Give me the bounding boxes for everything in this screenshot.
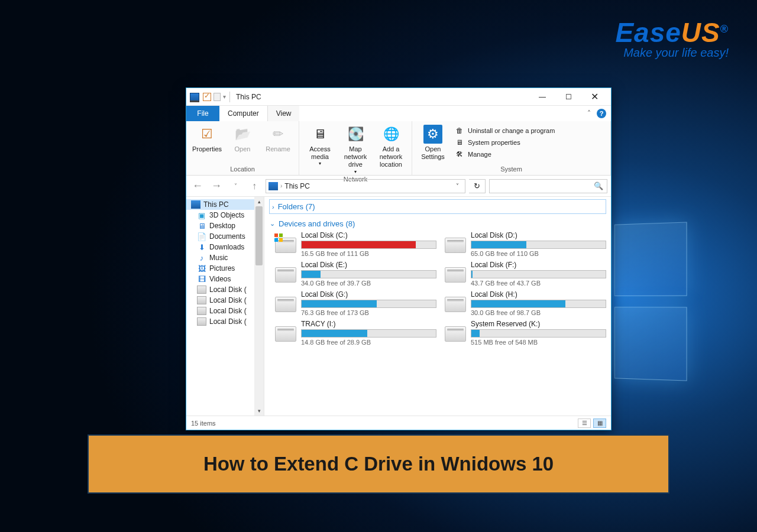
sidebar-item[interactable]: 🖥Desktop <box>186 220 264 231</box>
qat-dropdown-icon[interactable]: ▾ <box>223 93 226 100</box>
drive-free: 43.7 GB free of 43.7 GB <box>471 280 606 287</box>
drive-item[interactable]: TRACY (I:)14.8 GB free of 28.9 GB <box>275 320 436 346</box>
drive-icon <box>445 326 466 342</box>
drive-item[interactable]: Local Disk (F:)43.7 GB free of 43.7 GB <box>445 261 606 287</box>
drive-bar <box>471 270 606 278</box>
address-dropdown-icon[interactable]: ˅ <box>452 183 462 189</box>
sidebar-item[interactable]: ♪Music <box>186 252 264 263</box>
drive-item[interactable]: Local Disk (G:)76.3 GB free of 173 GB <box>275 290 436 316</box>
navbar: ← → ˅ ↑ › This PC ˅ ↻ 🔍 <box>186 176 611 197</box>
sidebar-item[interactable]: Local Disk ( <box>186 316 264 327</box>
collapse-ribbon-icon[interactable]: ˄ <box>587 109 591 118</box>
back-button[interactable]: ← <box>190 179 205 194</box>
open-button[interactable]: 📂Open <box>225 124 260 153</box>
manage-link[interactable]: 🛠Manage <box>455 150 555 159</box>
rename-button[interactable]: ✏Rename <box>261 124 295 153</box>
drive-free: 515 MB free of 548 MB <box>471 339 606 346</box>
sidebar-item[interactable]: 🎞Videos <box>186 274 264 284</box>
search-input[interactable]: 🔍 <box>489 179 607 193</box>
minimize-button[interactable]: — <box>529 88 555 106</box>
add-location-button[interactable]: 🌐Add a network location <box>374 124 408 169</box>
scroll-down-icon[interactable]: ▾ <box>254 406 264 416</box>
maximize-button[interactable]: ☐ <box>555 88 581 106</box>
drive-free: 14.8 GB free of 28.9 GB <box>301 339 436 346</box>
uninstall-link[interactable]: 🗑Uninstall or change a program <box>455 126 555 135</box>
forward-button[interactable]: → <box>209 179 224 194</box>
access-media-button[interactable]: 🖥Access media▾ <box>303 124 337 167</box>
chevron-right-icon: › <box>272 203 274 210</box>
separator <box>229 92 230 102</box>
properties-button[interactable]: ☑Properties <box>190 124 224 153</box>
sidebar-item[interactable]: Local Disk ( <box>186 295 264 306</box>
properties-icon: ☑ <box>198 125 216 144</box>
sidebar-item[interactable]: 🖼Pictures <box>186 263 264 274</box>
devices-section[interactable]: ⌄ Devices and drives (8) <box>269 216 606 231</box>
drive-free: 76.3 GB free of 173 GB <box>301 309 436 316</box>
drive-icon <box>445 267 466 283</box>
sidebar-item[interactable]: ▣3D Objects <box>186 210 264 220</box>
map-drive-button[interactable]: 💽Map network drive▾ <box>338 124 373 174</box>
tab-view[interactable]: View <box>268 106 300 121</box>
open-settings-button[interactable]: ⚙Open Settings <box>416 124 450 161</box>
brand-tagline: Make your life easy! <box>615 46 729 60</box>
sidebar-item[interactable]: ⬇Downloads <box>186 242 264 252</box>
tab-computer[interactable]: Computer <box>219 106 268 121</box>
drive-item[interactable]: Local Disk (C:)16.5 GB free of 111 GB <box>275 231 436 257</box>
drive-item[interactable]: Local Disk (D:)65.0 GB free of 110 GB <box>445 231 606 257</box>
help-icon[interactable]: ? <box>597 109 606 118</box>
item-count: 15 items <box>191 420 216 427</box>
sysprops-icon: 🖥 <box>455 138 464 147</box>
brand-reg: ® <box>720 23 729 35</box>
folders-label: Folders (7) <box>278 202 315 211</box>
system-props-link[interactable]: 🖥System properties <box>455 138 555 147</box>
drive-bar <box>301 270 436 278</box>
drive-bar <box>301 300 436 308</box>
sidebar-item[interactable]: Local Disk ( <box>186 306 264 316</box>
scroll-thumb[interactable] <box>255 206 263 265</box>
sidebar-item[interactable]: 📄Documents <box>186 231 264 242</box>
sidebar-scrollbar[interactable]: ▴ ▾ <box>254 197 264 416</box>
qat-properties-icon[interactable] <box>203 93 211 101</box>
sidebar-item-label: 3D Objects <box>209 211 244 219</box>
content-area: This PC▣3D Objects🖥Desktop📄Documents⬇Dow… <box>186 197 611 416</box>
drive-icon <box>275 267 296 283</box>
drive-name: Local Disk (E:) <box>301 261 436 269</box>
drive-item[interactable]: Local Disk (H:)30.0 GB free of 98.7 GB <box>445 290 606 316</box>
refresh-button[interactable]: ↻ <box>469 179 486 193</box>
ribbon-tabs: File Computer View ˄ ? <box>186 106 611 121</box>
address-path: This PC <box>284 182 310 190</box>
qat-doc-icon[interactable] <box>213 93 221 101</box>
close-button[interactable]: ✕ <box>581 88 607 106</box>
view-tiles-button[interactable]: ▦ <box>593 419 606 428</box>
drive-item[interactable]: Local Disk (E:)34.0 GB free of 39.7 GB <box>275 261 436 287</box>
gear-icon: ⚙ <box>423 125 442 144</box>
folders-section[interactable]: › Folders (7) <box>269 199 606 214</box>
sidebar-item[interactable]: Local Disk ( <box>186 284 264 295</box>
manage-icon: 🛠 <box>455 150 464 159</box>
search-icon: 🔍 <box>594 181 603 190</box>
drive-free: 65.0 GB free of 110 GB <box>471 250 606 257</box>
open-icon: 📂 <box>233 125 252 144</box>
rename-icon: ✏ <box>268 125 287 144</box>
brand-us: US <box>681 17 720 48</box>
recent-dropdown[interactable]: ˅ <box>228 179 243 194</box>
drive-name: Local Disk (G:) <box>301 290 436 299</box>
up-button[interactable]: ↑ <box>247 179 262 194</box>
drive-bar <box>471 241 606 249</box>
drive-item[interactable]: System Reserved (K:)515 MB free of 548 M… <box>445 320 606 346</box>
drive-name: Local Disk (D:) <box>471 231 606 239</box>
address-bar[interactable]: › This PC ˅ <box>266 179 465 193</box>
tab-file[interactable]: File <box>186 106 219 121</box>
explorer-window: ▾ This PC — ☐ ✕ File Computer View ˄ ? ☑… <box>186 87 612 430</box>
sidebar: This PC▣3D Objects🖥Desktop📄Documents⬇Dow… <box>186 197 264 416</box>
drive-bar <box>301 241 436 249</box>
view-details-button[interactable]: ☰ <box>578 419 591 428</box>
brand-ease: Ease <box>615 17 681 48</box>
drive-bar <box>301 329 436 338</box>
titlebar[interactable]: ▾ This PC — ☐ ✕ <box>186 88 611 106</box>
sidebar-item[interactable]: This PC <box>186 199 264 210</box>
ribbon: ☑Properties 📂Open ✏Rename Location 🖥Acce… <box>186 121 611 176</box>
scroll-up-icon[interactable]: ▴ <box>254 197 264 206</box>
drive-name: System Reserved (K:) <box>471 320 606 328</box>
sidebar-item-label: Local Disk ( <box>209 317 247 326</box>
